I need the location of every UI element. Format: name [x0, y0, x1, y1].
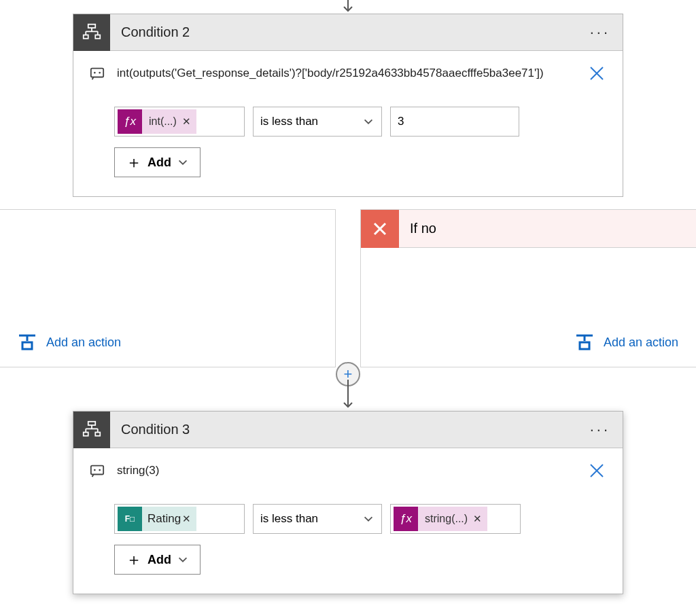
svg-rect-2	[95, 35, 100, 38]
chevron-down-icon	[362, 513, 375, 525]
condition-2-peek-expression: int(outputs('Get_response_details')?['bo…	[117, 65, 576, 80]
svg-rect-0	[88, 24, 96, 27]
condition-icon	[73, 412, 110, 448]
more-menu-button[interactable]: ···	[578, 421, 623, 439]
svg-rect-1	[84, 35, 88, 38]
condition-3-add-button[interactable]: ＋ Add	[114, 545, 201, 575]
if-no-label: If no	[399, 221, 436, 236]
condition-card-2-header[interactable]: Condition 2 ···	[73, 14, 623, 51]
condition-card-2: Condition 2 ··· int(outputs('Get_respons…	[73, 14, 623, 197]
if-no-add-action[interactable]: Add an action	[361, 318, 696, 367]
connector: +	[0, 367, 696, 411]
add-label: Add	[147, 553, 171, 567]
svg-rect-10	[95, 432, 100, 435]
forms-chip-label: Rating	[147, 512, 181, 526]
svg-point-13	[99, 469, 101, 471]
svg-point-12	[94, 469, 96, 471]
operator-label: is less than	[260, 512, 318, 526]
condition-2-left-operand[interactable]: ƒx int(...) ✕	[114, 107, 245, 137]
condition-3-title: Condition 3	[110, 422, 578, 437]
plus-icon: ＋	[126, 549, 142, 570]
svg-rect-7	[580, 342, 589, 349]
if-yes-add-action[interactable]: Add an action	[0, 318, 335, 367]
condition-icon	[73, 14, 110, 51]
condition-2-title: Condition 2	[110, 24, 578, 40]
svg-point-4	[94, 72, 96, 74]
chevron-down-icon	[362, 115, 375, 128]
peek-icon	[90, 463, 106, 481]
condition-3-right-operand[interactable]: ƒx string(...) ✕	[390, 504, 521, 534]
remove-chip-icon[interactable]: ✕	[182, 513, 191, 525]
expression-chip-label: int(...)	[147, 115, 181, 128]
condition-3-operator-select[interactable]: is less than	[253, 504, 382, 534]
if-yes-branch: Add an action	[0, 209, 336, 367]
expression-chip: ƒx int(...) ✕	[118, 109, 196, 134]
connector-arrow	[341, 380, 355, 411]
fx-icon: ƒx	[118, 109, 142, 134]
add-action-label: Add an action	[604, 336, 678, 350]
operator-label: is less than	[260, 115, 318, 128]
svg-rect-11	[91, 466, 103, 475]
x-icon	[361, 210, 399, 248]
right-value: 3	[398, 115, 404, 128]
close-peek-button[interactable]	[587, 462, 606, 481]
add-action-icon	[575, 333, 594, 352]
ms-forms-icon: F□	[118, 507, 142, 531]
svg-point-5	[99, 72, 101, 74]
condition-card-3: Condition 3 ··· string(3) F□ Rating ✕ is…	[73, 411, 623, 594]
remove-chip-icon[interactable]: ✕	[182, 115, 191, 128]
condition-2-operator-select[interactable]: is less than	[253, 107, 382, 137]
chevron-down-icon	[177, 554, 189, 566]
plus-icon: ＋	[126, 151, 142, 173]
dynamic-content-chip: F□ Rating ✕	[118, 507, 196, 531]
remove-chip-icon[interactable]: ✕	[473, 513, 482, 525]
condition-branches: Add an action If no Add an action	[0, 209, 696, 367]
svg-rect-3	[91, 69, 103, 77]
close-peek-button[interactable]	[587, 65, 606, 84]
add-label: Add	[147, 156, 171, 170]
more-menu-button[interactable]: ···	[578, 24, 623, 41]
condition-3-rule-row: F□ Rating ✕ is less than ƒx string(...) …	[114, 504, 606, 534]
condition-2-right-operand[interactable]: 3	[390, 107, 519, 137]
condition-3-left-operand[interactable]: F□ Rating ✕	[114, 504, 245, 534]
svg-rect-8	[88, 421, 96, 424]
condition-3-peek-expression: string(3)	[117, 462, 576, 477]
svg-rect-6	[22, 342, 32, 349]
condition-2-rule-row: ƒx int(...) ✕ is less than 3	[114, 107, 606, 137]
expression-chip: ƒx string(...) ✕	[394, 507, 487, 531]
svg-rect-9	[84, 432, 88, 435]
fx-icon: ƒx	[394, 507, 418, 531]
if-no-branch: If no Add an action	[360, 209, 696, 367]
chevron-down-icon	[177, 156, 189, 168]
connector-arrow-in	[0, 0, 696, 14]
add-action-icon	[18, 333, 37, 352]
if-no-header[interactable]: If no	[361, 210, 696, 248]
expression-chip-label: string(...)	[423, 513, 472, 525]
condition-2-add-button[interactable]: ＋ Add	[114, 147, 201, 177]
peek-icon	[90, 66, 106, 84]
condition-card-3-header[interactable]: Condition 3 ···	[73, 412, 623, 448]
add-action-label: Add an action	[46, 336, 121, 350]
